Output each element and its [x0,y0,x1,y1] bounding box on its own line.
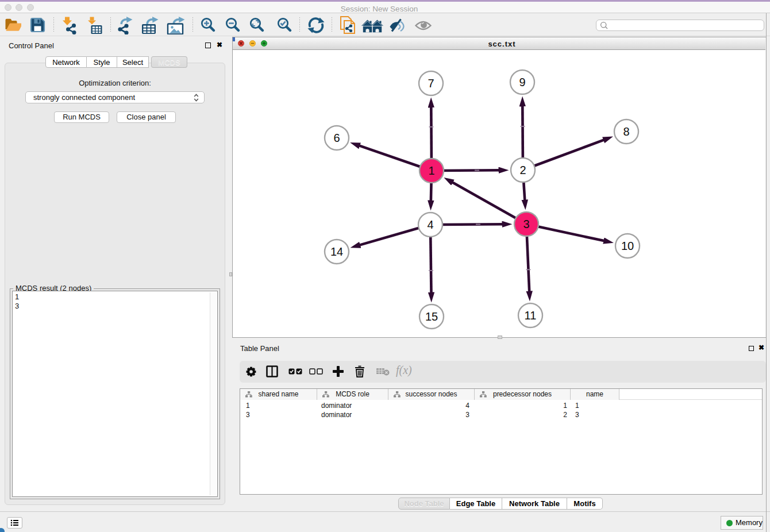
svg-text:7: 7 [428,77,434,90]
svg-text:10: 10 [621,240,634,252]
svg-text:6: 6 [333,132,340,144]
svg-text:3: 3 [523,218,529,230]
svg-text:14: 14 [330,245,343,258]
svg-text:2: 2 [519,164,526,176]
svg-text:4: 4 [427,218,433,231]
svg-text:15: 15 [425,310,438,323]
svg-text:1: 1 [428,164,434,177]
svg-text:8: 8 [623,125,629,138]
svg-text:11: 11 [525,309,537,322]
svg-text:9: 9 [519,76,525,88]
